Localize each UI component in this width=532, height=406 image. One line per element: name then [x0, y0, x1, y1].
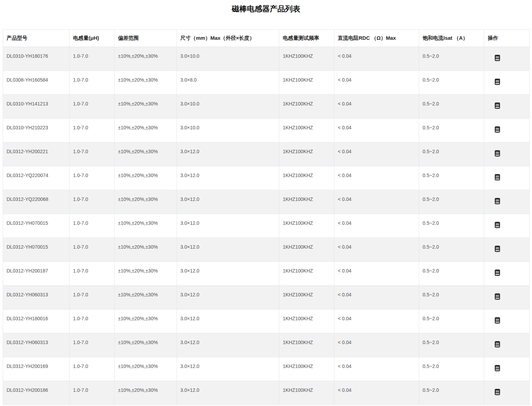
cell-tolerance: ±10%,±20%,±30% — [115, 47, 177, 71]
cell-model: DL0308-YH160584 — [3, 71, 70, 95]
table-row: DL0312-YH060313 1.0-7.0 ±10%,±20%,±30% 3… — [3, 333, 530, 357]
book-icon — [495, 79, 500, 85]
cell-test-frequency: 1KHZ100KHZ — [279, 310, 334, 333]
table-row: DL0312-YH070015 1.0-7.0 ±10%,±20%,±30% 3… — [3, 238, 530, 262]
cell-rdc: < 0.04 — [334, 262, 419, 286]
cell-inductance: 1.0-7.0 — [70, 119, 115, 142]
view-detail-button[interactable] — [495, 269, 500, 276]
cell-isat: 0.5~2.0 — [419, 214, 484, 238]
cell-rdc: < 0.04 — [334, 381, 419, 405]
cell-model: DL0312-YH070015 — [3, 214, 70, 238]
table-row: DL0308-YH160584 1.0-7.0 ±10%,±20%,±30% 3… — [3, 71, 530, 95]
view-detail-button[interactable] — [495, 389, 500, 395]
book-icon — [495, 198, 500, 204]
cell-tolerance: ±10%,±20%,±30% — [115, 95, 177, 119]
cell-isat: 0.5~2.0 — [419, 119, 484, 142]
view-detail-button[interactable] — [495, 126, 500, 133]
cell-size: 3.0×12.0 — [177, 310, 279, 333]
cell-inductance: 1.0-7.0 — [70, 142, 115, 166]
cell-isat: 0.5~2.0 — [419, 47, 484, 71]
cell-tolerance: ±10%,±20%,±30% — [115, 286, 177, 310]
cell-size: 3.0×12.0 — [177, 166, 279, 190]
cell-model: DL0312-YH200221 — [3, 142, 70, 166]
book-icon — [495, 55, 500, 61]
cell-model: DL0312-YQ220068 — [3, 190, 70, 214]
table-row: DL0312-YQ220074 1.0-7.0 ±10%,±20%,±30% 3… — [3, 166, 530, 190]
cell-operation — [484, 214, 530, 238]
cell-rdc: < 0.04 — [334, 190, 419, 214]
cell-rdc: < 0.04 — [334, 286, 419, 310]
cell-operation — [484, 71, 530, 95]
cell-model: DL0312-YH060313 — [3, 333, 70, 357]
cell-rdc: < 0.04 — [334, 357, 419, 381]
cell-model: DL0312-YH180016 — [3, 310, 70, 333]
book-icon — [495, 102, 500, 109]
view-detail-button[interactable] — [495, 341, 500, 348]
view-detail-button[interactable] — [495, 102, 500, 109]
cell-tolerance: ±10%,±20%,±30% — [115, 333, 177, 357]
cell-size: 3.0×10.0 — [177, 47, 279, 71]
cell-isat: 0.5~2.0 — [419, 95, 484, 119]
book-icon — [495, 174, 500, 181]
product-table: 产品型号 电感量(μH) 偏差范围 尺寸（mm）Max（外径×长度） 电感量测试… — [3, 29, 530, 405]
cell-test-frequency: 1KHZ100KHZ — [279, 357, 334, 381]
cell-operation — [484, 381, 530, 405]
view-detail-button[interactable] — [495, 246, 500, 252]
cell-test-frequency: 1KHZ100KHZ — [279, 119, 334, 142]
cell-model: DL0312-YH060313 — [3, 286, 70, 310]
cell-test-frequency: 1KHZ100KHZ — [279, 381, 334, 405]
page-title: 磁棒电感器产品列表 — [0, 3, 532, 15]
cell-size: 3.0×12.0 — [177, 190, 279, 214]
cell-test-frequency: 1KHZ100KHZ — [279, 286, 334, 310]
cell-test-frequency: 1KHZ100KHZ — [279, 190, 334, 214]
view-detail-button[interactable] — [495, 150, 500, 157]
cell-operation — [484, 262, 530, 286]
book-icon — [495, 341, 500, 348]
cell-rdc: < 0.04 — [334, 119, 419, 142]
view-detail-button[interactable] — [495, 198, 500, 204]
cell-inductance: 1.0-7.0 — [70, 71, 115, 95]
header-row: 产品型号 电感量(μH) 偏差范围 尺寸（mm）Max（外径×长度） 电感量测试… — [3, 30, 530, 47]
cell-test-frequency: 1KHZ100KHZ — [279, 262, 334, 286]
book-icon — [495, 293, 500, 300]
cell-test-frequency: 1KHZ100KHZ — [279, 238, 334, 262]
book-icon — [495, 365, 500, 371]
cell-model: DL0312-YH200186 — [3, 381, 70, 405]
column-header-operation: 操作 — [484, 30, 530, 47]
cell-inductance: 1.0-7.0 — [70, 214, 115, 238]
cell-inductance: 1.0-7.0 — [70, 286, 115, 310]
view-detail-button[interactable] — [495, 365, 500, 371]
table-row: DL0312-YH060313 1.0-7.0 ±10%,±20%,±30% 3… — [3, 286, 530, 310]
cell-size: 3.0×12.0 — [177, 142, 279, 166]
view-detail-button[interactable] — [495, 293, 500, 300]
view-detail-button[interactable] — [495, 222, 500, 228]
cell-isat: 0.5~2.0 — [419, 310, 484, 333]
cell-isat: 0.5~2.0 — [419, 357, 484, 381]
view-detail-button[interactable] — [495, 55, 500, 61]
cell-inductance: 1.0-7.0 — [70, 262, 115, 286]
cell-operation — [484, 190, 530, 214]
cell-operation — [484, 357, 530, 381]
cell-tolerance: ±10%,±20%,±30% — [115, 190, 177, 214]
cell-size: 3.0×12.0 — [177, 262, 279, 286]
cell-isat: 0.5~2.0 — [419, 286, 484, 310]
table-body: DL0310-YH180176 1.0-7.0 ±10%,±20%,±30% 3… — [3, 47, 530, 405]
cell-size: 3.0×12.0 — [177, 357, 279, 381]
cell-rdc: < 0.04 — [334, 142, 419, 166]
cell-tolerance: ±10%,±20%,±30% — [115, 119, 177, 142]
cell-size: 3.0×12.0 — [177, 333, 279, 357]
cell-model: DL0312-YQ220074 — [3, 166, 70, 190]
cell-operation — [484, 333, 530, 357]
view-detail-button[interactable] — [495, 317, 500, 324]
view-detail-button[interactable] — [495, 79, 500, 85]
cell-rdc: < 0.04 — [334, 71, 419, 95]
cell-tolerance: ±10%,±20%,±30% — [115, 142, 177, 166]
book-icon — [495, 246, 500, 252]
view-detail-button[interactable] — [495, 174, 500, 181]
cell-isat: 0.5~2.0 — [419, 142, 484, 166]
column-header-model: 产品型号 — [3, 30, 70, 47]
cell-inductance: 1.0-7.0 — [70, 47, 115, 71]
column-header-test-frequency: 电感量测试频率 — [279, 30, 334, 47]
book-icon — [495, 389, 500, 395]
table-row: DL0312-YH200221 1.0-7.0 ±10%,±20%,±30% 3… — [3, 142, 530, 166]
